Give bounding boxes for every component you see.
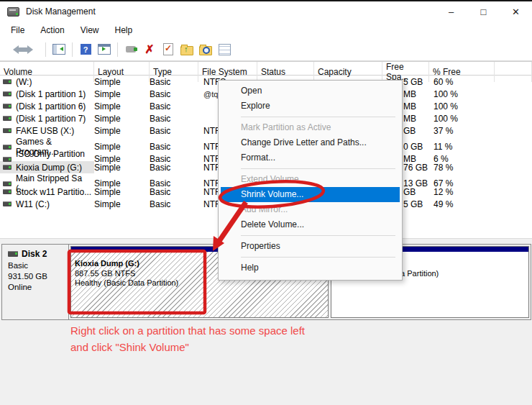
volume-icon <box>3 116 12 121</box>
layout-cell: Simple <box>94 199 150 209</box>
layout-cell: Simple <box>94 89 150 99</box>
maximize-button[interactable]: □ <box>467 1 500 22</box>
disk-size: 931.50 GB <box>8 272 68 281</box>
pct-free-cell: 60 % <box>429 77 495 87</box>
volume-cell[interactable]: W11 (C:) <box>0 198 94 210</box>
context-menu-item[interactable]: Explore <box>219 99 402 114</box>
volume-cell[interactable]: (W:) <box>0 76 94 88</box>
checklist-icon[interactable] <box>216 42 232 58</box>
context-menu-separator <box>241 257 395 258</box>
volume-label: (Disk 1 partition 1) <box>16 89 86 99</box>
pct-free-cell: 100 % <box>429 89 495 99</box>
disk2-info-panel[interactable]: Disk 2 Basic 931.50 GB Online <box>2 245 69 319</box>
volume-cell[interactable]: (Disk 1 partition 1) <box>0 88 94 100</box>
menu-help[interactable]: Help <box>107 23 141 37</box>
help-icon[interactable]: ? <box>78 42 93 58</box>
volume-label: Stock w11 Partitio... <box>16 187 91 197</box>
volume-icon <box>3 181 12 186</box>
disk-management-app-icon <box>7 7 19 17</box>
volume-icon <box>3 91 12 96</box>
context-menu-item[interactable]: Mark Partition as Active <box>219 120 402 135</box>
window-top-border <box>0 0 532 1</box>
annotation-text: Right click on a partition that has some… <box>70 322 305 355</box>
toolbar: ? ✗ <box>0 38 532 61</box>
volume-cell[interactable]: (Disk 1 partition 7) <box>0 112 94 124</box>
volume-icon <box>3 165 12 170</box>
volume-label: (Disk 1 partition 6) <box>16 101 86 112</box>
context-menu-item[interactable]: Open <box>219 83 402 99</box>
context-menu-item[interactable]: Change Drive Letter and Paths... <box>219 135 402 150</box>
forward-icon[interactable] <box>24 42 40 58</box>
minimize-button[interactable]: – <box>435 1 467 22</box>
volume-icon <box>3 128 12 133</box>
volume-icon <box>3 189 12 194</box>
close-button[interactable]: ✕ <box>500 1 532 22</box>
header-blank <box>495 62 532 82</box>
disk-name: Disk 2 <box>22 249 47 259</box>
title-bar: Disk Management – □ ✕ <box>0 1 532 22</box>
annotation-line-1: Right click on a partition that has some… <box>70 322 305 339</box>
context-menu-item[interactable]: Format... <box>219 150 402 165</box>
folder-up-icon[interactable] <box>179 42 195 58</box>
layout-cell: Simple <box>94 77 150 87</box>
volume-list-header: Volume Layout Type File System Status Ca… <box>0 61 532 76</box>
pct-free-cell: 100 % <box>429 114 495 124</box>
properties-check-icon[interactable] <box>160 42 176 58</box>
volume-label: W11 (C:) <box>16 199 50 209</box>
header-capacity[interactable]: Capacity <box>314 62 382 82</box>
layout-cell: Simple <box>94 163 150 173</box>
volume-icon <box>3 157 12 162</box>
console-tree-icon[interactable] <box>51 42 67 58</box>
context-menu-item[interactable]: Extend Volume... <box>219 172 402 187</box>
menu-bar: File Action View Help <box>0 22 532 39</box>
volume-label: (W:) <box>16 77 32 87</box>
type-cell: Basic <box>150 101 198 112</box>
type-cell: Basic <box>150 114 198 124</box>
menu-file[interactable]: File <box>3 23 32 37</box>
toolbar-separator <box>72 42 73 57</box>
volume-label: FAKE USB (X:) <box>16 126 74 136</box>
layout-cell: Simple <box>94 101 150 112</box>
volume-cell[interactable]: (Disk 1 partition 6) <box>0 100 94 112</box>
volume-label: Kioxia Dump (G:) <box>16 163 82 173</box>
pct-free-cell: 78 % <box>429 163 495 173</box>
context-menu-item[interactable]: Shrink Volume... <box>221 187 400 202</box>
folder-search-icon[interactable] <box>198 42 214 58</box>
disk-icon <box>8 251 18 257</box>
menu-action[interactable]: Action <box>32 23 72 37</box>
type-cell: Basic <box>150 89 198 99</box>
back-icon[interactable] <box>6 42 22 58</box>
volume-cell[interactable]: Stock w11 Partitio... <box>0 186 94 198</box>
action-pane-icon[interactable] <box>123 42 139 58</box>
disk-type: Basic <box>8 261 68 270</box>
context-menu-item[interactable]: Properties <box>219 239 402 254</box>
menu-view[interactable]: View <box>73 23 107 37</box>
volume-icon <box>3 145 12 150</box>
type-cell: Basic <box>150 163 198 173</box>
type-cell: Basic <box>150 126 198 136</box>
context-menu-item[interactable]: Add Mirror... <box>219 202 402 217</box>
console-window-icon[interactable] <box>96 42 112 58</box>
context-menu-separator <box>241 117 395 117</box>
context-menu-separator <box>241 235 395 236</box>
pct-free-cell: 100 % <box>429 101 495 112</box>
context-menu-item[interactable]: Help <box>219 260 402 276</box>
volume-cell[interactable]: Kioxia Dump (G:) <box>0 161 94 173</box>
context-menu-separator <box>241 168 395 169</box>
type-cell: Basic <box>150 187 198 197</box>
toolbar-separator <box>117 42 118 57</box>
context-menu-item[interactable]: Delete Volume... <box>219 217 402 232</box>
layout-cell: Simple <box>94 114 150 124</box>
volume-icon <box>3 79 12 84</box>
type-cell: Basic <box>150 142 198 152</box>
pct-free-cell: 12 % <box>429 187 495 197</box>
window-title: Disk Management <box>26 6 96 17</box>
delete-icon[interactable]: ✗ <box>142 42 157 58</box>
header-status[interactable]: Status <box>257 62 314 82</box>
volume-cell[interactable]: FAKE USB (X:) <box>0 124 94 137</box>
pct-free-cell: 11 % <box>429 142 495 152</box>
context-menu: Open Explore Mark Partition as Active Ch… <box>218 80 403 281</box>
type-cell: Basic <box>150 77 198 87</box>
volume-icon <box>3 104 12 109</box>
pct-free-cell: 37 % <box>429 126 495 136</box>
